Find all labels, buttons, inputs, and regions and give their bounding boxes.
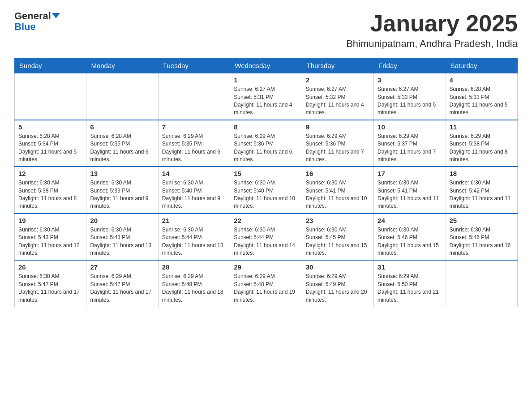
- day-info: Sunrise: 6:27 AM Sunset: 5:31 PM Dayligh…: [234, 86, 298, 117]
- day-number: 16: [306, 170, 370, 177]
- day-number: 20: [90, 217, 154, 224]
- day-info: Sunrise: 6:30 AM Sunset: 5:41 PM Dayligh…: [378, 179, 442, 210]
- day-number: 28: [162, 263, 226, 271]
- day-info: Sunrise: 6:28 AM Sunset: 5:34 PM Dayligh…: [18, 133, 82, 164]
- day-number: 22: [234, 217, 298, 224]
- day-info: Sunrise: 6:29 AM Sunset: 5:37 PM Dayligh…: [378, 133, 442, 164]
- day-number: 12: [18, 170, 82, 177]
- calendar-cell: 5Sunrise: 6:28 AM Sunset: 5:34 PM Daylig…: [15, 120, 86, 167]
- day-info: Sunrise: 6:30 AM Sunset: 5:42 PM Dayligh…: [450, 179, 514, 210]
- day-number: 2: [306, 76, 370, 84]
- calendar-header-thursday: Thursday: [302, 58, 373, 73]
- logo-text-line1: General: [14, 11, 60, 21]
- calendar-header-monday: Monday: [86, 58, 158, 73]
- calendar-week-row: 5Sunrise: 6:28 AM Sunset: 5:34 PM Daylig…: [15, 120, 518, 167]
- calendar-week-row: 26Sunrise: 6:30 AM Sunset: 5:47 PM Dayli…: [15, 260, 518, 307]
- day-info: Sunrise: 6:29 AM Sunset: 5:36 PM Dayligh…: [234, 133, 298, 164]
- calendar-cell: 23Sunrise: 6:30 AM Sunset: 5:45 PM Dayli…: [302, 214, 373, 261]
- day-number: 5: [18, 123, 82, 131]
- day-number: 1: [234, 76, 298, 84]
- day-info: Sunrise: 6:28 AM Sunset: 5:35 PM Dayligh…: [90, 133, 154, 164]
- day-info: Sunrise: 6:30 AM Sunset: 5:46 PM Dayligh…: [450, 226, 514, 257]
- day-number: 3: [378, 76, 442, 84]
- day-number: 15: [234, 170, 298, 177]
- calendar-cell: 27Sunrise: 6:29 AM Sunset: 5:47 PM Dayli…: [86, 260, 158, 307]
- day-number: 18: [450, 170, 514, 177]
- day-info: Sunrise: 6:30 AM Sunset: 5:44 PM Dayligh…: [162, 226, 226, 257]
- calendar-cell: 24Sunrise: 6:30 AM Sunset: 5:46 PM Dayli…: [374, 214, 446, 261]
- calendar-header-saturday: Saturday: [446, 58, 517, 73]
- day-info: Sunrise: 6:30 AM Sunset: 5:41 PM Dayligh…: [306, 179, 370, 210]
- calendar-cell: 14Sunrise: 6:30 AM Sunset: 5:40 PM Dayli…: [158, 167, 230, 214]
- day-number: 6: [90, 123, 154, 131]
- calendar-cell: [86, 73, 158, 120]
- calendar-header-tuesday: Tuesday: [158, 58, 230, 73]
- calendar-cell: 11Sunrise: 6:29 AM Sunset: 5:38 PM Dayli…: [446, 120, 517, 167]
- calendar-week-row: 19Sunrise: 6:30 AM Sunset: 5:43 PM Dayli…: [15, 214, 518, 261]
- calendar-cell: 13Sunrise: 6:30 AM Sunset: 5:39 PM Dayli…: [86, 167, 158, 214]
- calendar-cell: 20Sunrise: 6:30 AM Sunset: 5:43 PM Dayli…: [86, 214, 158, 261]
- day-number: 19: [18, 217, 82, 224]
- calendar-cell: 8Sunrise: 6:29 AM Sunset: 5:36 PM Daylig…: [230, 120, 302, 167]
- day-info: Sunrise: 6:29 AM Sunset: 5:48 PM Dayligh…: [234, 273, 298, 304]
- title-area: January 2025 Bhimunipatnam, Andhra Prade…: [346, 11, 518, 50]
- day-info: Sunrise: 6:30 AM Sunset: 5:38 PM Dayligh…: [18, 179, 82, 210]
- day-info: Sunrise: 6:30 AM Sunset: 5:43 PM Dayligh…: [18, 226, 82, 257]
- calendar-week-row: 1Sunrise: 6:27 AM Sunset: 5:31 PM Daylig…: [15, 73, 518, 120]
- page-header: General Blue January 2025 Bhimunipatnam,…: [14, 11, 518, 50]
- day-number: 30: [306, 263, 370, 271]
- location-title: Bhimunipatnam, Andhra Pradesh, India: [346, 38, 518, 50]
- day-info: Sunrise: 6:29 AM Sunset: 5:50 PM Dayligh…: [378, 273, 442, 304]
- calendar-header-wednesday: Wednesday: [230, 58, 302, 73]
- calendar-cell: 1Sunrise: 6:27 AM Sunset: 5:31 PM Daylig…: [230, 73, 302, 120]
- day-number: 7: [162, 123, 226, 131]
- calendar-cell: 16Sunrise: 6:30 AM Sunset: 5:41 PM Dayli…: [302, 167, 373, 214]
- day-info: Sunrise: 6:29 AM Sunset: 5:35 PM Dayligh…: [162, 133, 226, 164]
- day-info: Sunrise: 6:27 AM Sunset: 5:32 PM Dayligh…: [306, 86, 370, 117]
- day-number: 13: [90, 170, 154, 177]
- day-number: 25: [450, 217, 514, 224]
- day-info: Sunrise: 6:29 AM Sunset: 5:48 PM Dayligh…: [162, 273, 226, 304]
- calendar-cell: 3Sunrise: 6:27 AM Sunset: 5:33 PM Daylig…: [374, 73, 446, 120]
- calendar-cell: 9Sunrise: 6:29 AM Sunset: 5:36 PM Daylig…: [302, 120, 373, 167]
- day-number: 23: [306, 217, 370, 224]
- day-number: 17: [378, 170, 442, 177]
- day-number: 10: [378, 123, 442, 131]
- day-number: 11: [450, 123, 514, 131]
- logo: General Blue: [14, 11, 60, 32]
- calendar-cell: 19Sunrise: 6:30 AM Sunset: 5:43 PM Dayli…: [15, 214, 86, 261]
- day-info: Sunrise: 6:30 AM Sunset: 5:40 PM Dayligh…: [234, 179, 298, 210]
- day-info: Sunrise: 6:30 AM Sunset: 5:43 PM Dayligh…: [90, 226, 154, 257]
- calendar-header-friday: Friday: [374, 58, 446, 73]
- calendar-table: SundayMondayTuesdayWednesdayThursdayFrid…: [14, 58, 518, 307]
- calendar-cell: 12Sunrise: 6:30 AM Sunset: 5:38 PM Dayli…: [15, 167, 86, 214]
- logo-text-line2: Blue: [14, 21, 36, 32]
- calendar-cell: 6Sunrise: 6:28 AM Sunset: 5:35 PM Daylig…: [86, 120, 158, 167]
- day-number: 26: [18, 263, 82, 271]
- calendar-cell: 4Sunrise: 6:28 AM Sunset: 5:33 PM Daylig…: [446, 73, 517, 120]
- day-info: Sunrise: 6:29 AM Sunset: 5:49 PM Dayligh…: [306, 273, 370, 304]
- calendar-cell: 21Sunrise: 6:30 AM Sunset: 5:44 PM Dayli…: [158, 214, 230, 261]
- calendar-cell: 7Sunrise: 6:29 AM Sunset: 5:35 PM Daylig…: [158, 120, 230, 167]
- calendar-cell: 30Sunrise: 6:29 AM Sunset: 5:49 PM Dayli…: [302, 260, 373, 307]
- calendar-cell: 26Sunrise: 6:30 AM Sunset: 5:47 PM Dayli…: [15, 260, 86, 307]
- day-number: 21: [162, 217, 226, 224]
- month-title: January 2025: [346, 11, 518, 36]
- day-number: 27: [90, 263, 154, 271]
- calendar-cell: [15, 73, 86, 120]
- calendar-cell: 18Sunrise: 6:30 AM Sunset: 5:42 PM Dayli…: [446, 167, 517, 214]
- day-info: Sunrise: 6:30 AM Sunset: 5:46 PM Dayligh…: [378, 226, 442, 257]
- calendar-cell: 29Sunrise: 6:29 AM Sunset: 5:48 PM Dayli…: [230, 260, 302, 307]
- day-info: Sunrise: 6:29 AM Sunset: 5:36 PM Dayligh…: [306, 133, 370, 164]
- day-number: 24: [378, 217, 442, 224]
- day-info: Sunrise: 6:27 AM Sunset: 5:33 PM Dayligh…: [378, 86, 442, 117]
- logo-arrow-icon: [52, 13, 60, 18]
- calendar-cell: 28Sunrise: 6:29 AM Sunset: 5:48 PM Dayli…: [158, 260, 230, 307]
- calendar-cell: 2Sunrise: 6:27 AM Sunset: 5:32 PM Daylig…: [302, 73, 373, 120]
- day-info: Sunrise: 6:30 AM Sunset: 5:44 PM Dayligh…: [234, 226, 298, 257]
- calendar-cell: 31Sunrise: 6:29 AM Sunset: 5:50 PM Dayli…: [374, 260, 446, 307]
- calendar-cell: 22Sunrise: 6:30 AM Sunset: 5:44 PM Dayli…: [230, 214, 302, 261]
- calendar-cell: 25Sunrise: 6:30 AM Sunset: 5:46 PM Dayli…: [446, 214, 517, 261]
- day-info: Sunrise: 6:30 AM Sunset: 5:40 PM Dayligh…: [162, 179, 226, 210]
- day-number: 9: [306, 123, 370, 131]
